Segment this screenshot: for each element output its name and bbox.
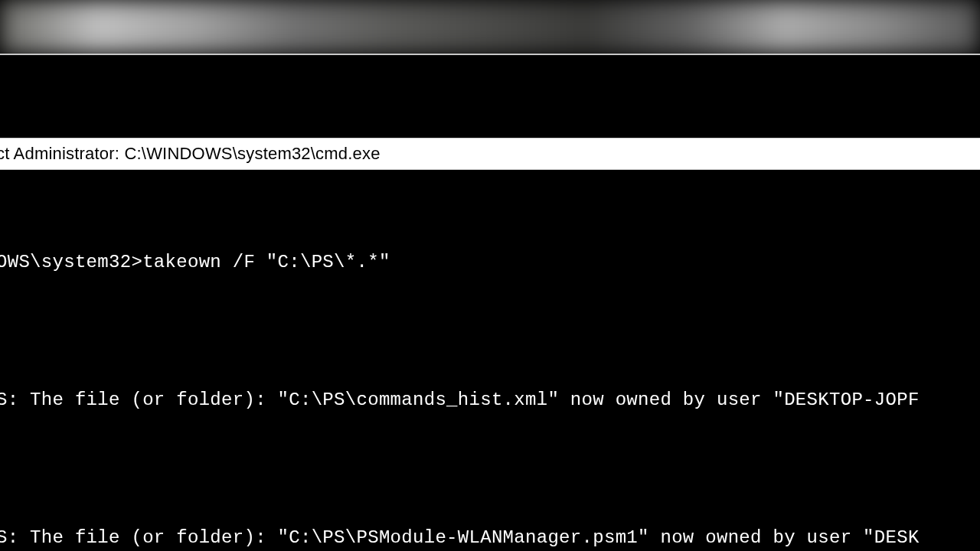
desktop-backdrop [0, 0, 980, 54]
terminal-viewport[interactable]: OWS\system32>takeown /F "C:\PS\*.*" S: T… [0, 170, 980, 551]
terminal-line: OWS\system32>takeown /F "C:\PS\*.*" [0, 251, 980, 274]
window-title: ct Administrator: C:\WINDOWS\system32\cm… [0, 144, 381, 164]
window-titlebar[interactable]: ct Administrator: C:\WINDOWS\system32\cm… [0, 138, 980, 170]
terminal-line: S: The file (or folder): "C:\PS\PSModule… [0, 527, 980, 549]
terminal-blank [0, 458, 980, 481]
terminal-line: S: The file (or folder): "C:\PS\commands… [0, 389, 980, 412]
terminal-blank [0, 320, 980, 343]
background-window-dark [0, 54, 980, 138]
